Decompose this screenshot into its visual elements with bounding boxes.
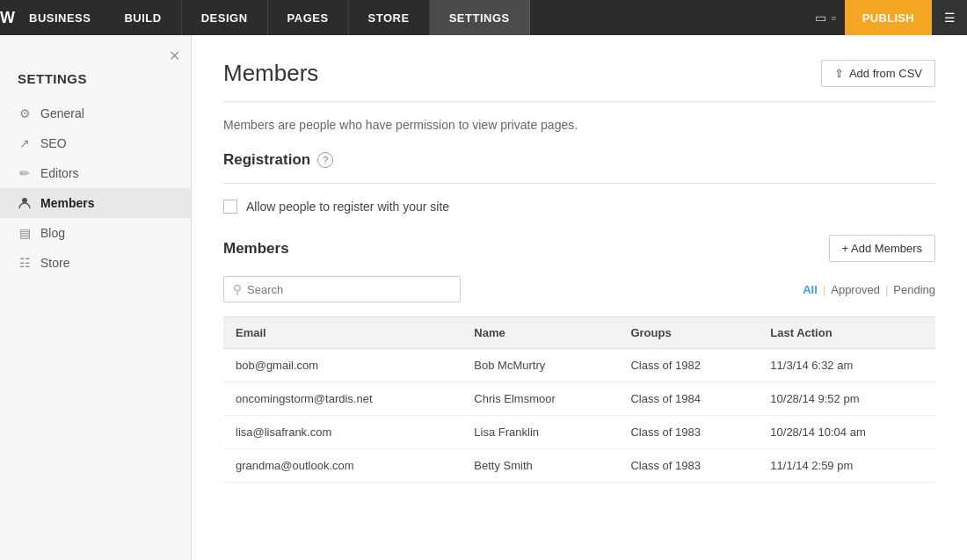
- registration-divider: [223, 183, 935, 184]
- col-name: Name: [462, 317, 618, 349]
- registration-header: Registration ?: [223, 151, 935, 169]
- hamburger-icon: ☰: [944, 11, 956, 25]
- table-row[interactable]: grandma@outlook.com Betty Smith Class of…: [223, 449, 935, 483]
- sidebar-item-store[interactable]: ☷ Store: [0, 248, 191, 278]
- cell-groups: Class of 1983: [618, 416, 758, 449]
- sidebar-item-editors-label: Editors: [40, 166, 79, 180]
- members-table: Email Name Groups Last Action bob@gmail.…: [223, 316, 935, 483]
- col-groups: Groups: [618, 317, 758, 349]
- table-row[interactable]: bob@gmail.com Bob McMurtry Class of 1982…: [223, 349, 935, 382]
- filter-tabs: All | Approved | Pending: [803, 283, 935, 296]
- help-icon[interactable]: ?: [317, 152, 333, 168]
- publish-button[interactable]: PUBLISH: [845, 0, 932, 35]
- pencil-icon: ✏: [18, 166, 32, 180]
- cell-name: Lisa Franklin: [462, 416, 618, 449]
- upload-icon: ⇧: [834, 67, 844, 80]
- register-checkbox[interactable]: [223, 200, 237, 214]
- desktop-icon[interactable]: ▭: [815, 11, 826, 25]
- page-header: Members ⇧ Add from CSV: [223, 60, 935, 87]
- svg-point-0: [22, 198, 27, 203]
- table-header: Email Name Groups Last Action: [223, 317, 935, 349]
- sidebar-item-members[interactable]: Members: [0, 188, 191, 218]
- register-checkbox-row: Allow people to register with your site: [223, 200, 935, 214]
- table-body: bob@gmail.com Bob McMurtry Class of 1982…: [223, 349, 935, 483]
- search-filter-row: ⚲ All | Approved | Pending: [223, 276, 935, 302]
- sidebar-item-store-label: Store: [40, 256, 69, 270]
- header-divider: [223, 101, 935, 102]
- top-nav: W BUSINESS BUILD DESIGN PAGES STORE SETT…: [0, 0, 967, 35]
- cell-groups: Class of 1984: [618, 382, 758, 416]
- seo-icon: ↗: [18, 136, 32, 150]
- sidebar-title: SETTINGS: [0, 68, 191, 98]
- close-icon[interactable]: ✕: [169, 47, 180, 64]
- nav-item-store[interactable]: STORE: [349, 0, 430, 35]
- nav-item-build[interactable]: BUILD: [105, 0, 181, 35]
- filter-tab-pending[interactable]: Pending: [893, 283, 935, 296]
- filter-tab-all[interactable]: All: [803, 283, 818, 296]
- cell-email: oncomingstorm@tardis.net: [223, 382, 462, 416]
- person-icon: [18, 197, 32, 209]
- device-icons: ▭ ▫: [806, 11, 845, 25]
- search-icon: ⚲: [233, 282, 242, 296]
- description-text: Members are people who have permission t…: [223, 118, 935, 132]
- main-layout: ✕ SETTINGS ⚙ General ↗ SEO ✏ Editors Mem…: [0, 35, 967, 560]
- register-checkbox-label: Allow people to register with your site: [246, 200, 449, 214]
- add-members-button[interactable]: + Add Members: [829, 235, 935, 262]
- filter-tab-approved[interactable]: Approved: [831, 283, 880, 296]
- members-section-title: Members: [223, 240, 289, 258]
- members-section-header: Members + Add Members: [223, 235, 935, 262]
- cell-groups: Class of 1983: [618, 449, 758, 483]
- add-from-csv-button[interactable]: ⇧ Add from CSV: [821, 60, 935, 87]
- cell-last-action: 11/3/14 6:32 am: [758, 349, 935, 382]
- cell-name: Chris Elmsmoor: [462, 382, 618, 416]
- sidebar-item-general-label: General: [40, 106, 84, 120]
- table-row[interactable]: oncomingstorm@tardis.net Chris Elmsmoor …: [223, 382, 935, 416]
- nav-items: BUILD DESIGN PAGES STORE SETTINGS: [105, 0, 805, 35]
- search-box: ⚲: [223, 276, 461, 302]
- sidebar-item-seo-label: SEO: [40, 136, 67, 150]
- add-from-csv-label: Add from CSV: [849, 67, 922, 80]
- logo[interactable]: W: [0, 9, 15, 27]
- sidebar: ✕ SETTINGS ⚙ General ↗ SEO ✏ Editors Mem…: [0, 35, 192, 560]
- cell-name: Betty Smith: [462, 449, 618, 483]
- logo-w-icon: W: [0, 9, 15, 26]
- search-input[interactable]: [247, 283, 451, 296]
- cell-email: bob@gmail.com: [223, 349, 462, 382]
- nav-item-design[interactable]: DESIGN: [182, 0, 268, 35]
- sidebar-close-area: ✕: [0, 42, 191, 68]
- col-last-action: Last Action: [758, 317, 935, 349]
- cart-icon: ☷: [18, 256, 32, 270]
- page-title: Members: [223, 60, 318, 87]
- cell-email: lisa@lisafrank.com: [223, 416, 462, 449]
- hamburger-menu-button[interactable]: ☰: [932, 0, 967, 35]
- sidebar-item-blog[interactable]: ▤ Blog: [0, 218, 191, 248]
- main-content: Members ⇧ Add from CSV Members are peopl…: [192, 35, 967, 560]
- gear-icon: ⚙: [18, 106, 32, 120]
- cell-last-action: 10/28/14 10:04 am: [758, 416, 935, 449]
- nav-item-settings[interactable]: SETTINGS: [430, 0, 530, 35]
- nav-item-pages[interactable]: PAGES: [268, 0, 349, 35]
- sidebar-item-editors[interactable]: ✏ Editors: [0, 158, 191, 188]
- col-email: Email: [223, 317, 462, 349]
- business-label: BUSINESS: [15, 11, 105, 25]
- blog-icon: ▤: [18, 226, 32, 240]
- cell-last-action: 11/1/14 2:59 pm: [758, 449, 935, 483]
- table-row[interactable]: lisa@lisafrank.com Lisa Franklin Class o…: [223, 416, 935, 449]
- registration-title: Registration: [223, 151, 310, 169]
- mobile-icon[interactable]: ▫: [832, 11, 836, 25]
- cell-last-action: 10/28/14 9:52 pm: [758, 382, 935, 416]
- cell-groups: Class of 1982: [618, 349, 758, 382]
- cell-email: grandma@outlook.com: [223, 449, 462, 483]
- cell-name: Bob McMurtry: [462, 349, 618, 382]
- sidebar-item-blog-label: Blog: [40, 226, 65, 240]
- sidebar-item-seo[interactable]: ↗ SEO: [0, 128, 191, 158]
- sidebar-item-members-label: Members: [40, 196, 94, 210]
- sidebar-item-general[interactable]: ⚙ General: [0, 98, 191, 128]
